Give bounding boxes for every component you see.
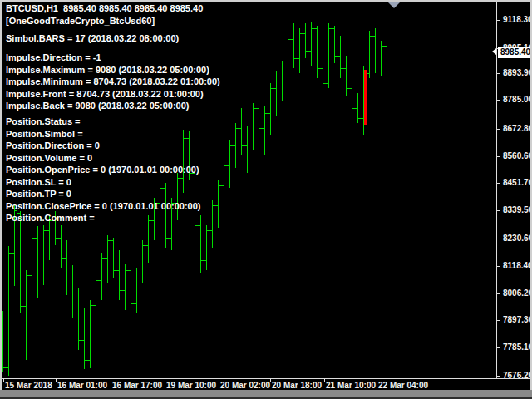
time-axis[interactable]: 15 Mar 201816 Mar 01:0016 Mar 17:0019 Ma… [0, 378, 532, 391]
ohlc-bar [218, 180, 219, 228]
comment-line: [OneGoodTradeCrypto_BtcUsd60] [6, 15, 203, 27]
ohlc-bar [323, 48, 323, 91]
window-border-bottom [0, 390, 532, 397]
price-tick-label: 8006.20 [503, 288, 532, 298]
open-tick [227, 165, 229, 166]
ohlc-bar [259, 93, 259, 138]
open-tick [41, 273, 43, 273]
ohlc-bar [2, 311, 3, 372]
time-tick-mark [165, 379, 165, 382]
ohlc-bar [253, 103, 254, 150]
open-tick [233, 145, 235, 146]
open-tick [87, 360, 90, 361]
ohlc-bar [20, 211, 21, 313]
open-tick [99, 280, 101, 281]
comment-line: Impulse.Minimum = 8704.73 (2018.03.22 01… [6, 76, 220, 88]
open-tick [250, 131, 253, 131]
comment-line: Impulse.Front = 8704.73 (2018.03.22 01:0… [6, 88, 220, 101]
price-tick-label: 8451.70 [503, 178, 532, 188]
price-tick-label: 9118.30 [503, 15, 532, 25]
ohlc-bar [229, 140, 230, 188]
ohlc-bar [241, 108, 242, 155]
ohlc-bar [142, 240, 143, 283]
ohlc-bar [334, 26, 335, 63]
open-tick [291, 39, 293, 40]
open-tick [378, 66, 381, 66]
price-tick-mark [497, 320, 500, 321]
comment-line: Position.ClosePrice = 0 (1970.01.01 00:0… [6, 200, 201, 213]
open-tick [332, 28, 334, 29]
impulse-indicator-line [364, 70, 367, 125]
open-tick [35, 238, 37, 239]
ohlc-bar [206, 225, 207, 270]
ohlc-bar [61, 225, 62, 268]
open-tick [6, 367, 8, 368]
position-info-block: Position.Status =Position.Simbol =Positi… [6, 116, 201, 224]
open-tick [128, 270, 131, 271]
open-tick [297, 58, 299, 59]
impulse-info-block: Impulse.Direction = -1Impulse.Maximum = … [6, 52, 220, 112]
open-tick [169, 238, 171, 239]
window-border-top [0, 0, 532, 2]
open-tick [47, 230, 49, 231]
ohlc-bar [43, 225, 44, 285]
price-tick-label: 7897.30 [503, 315, 532, 325]
ohlc-bar [131, 265, 131, 313]
price-tick-mark [497, 73, 500, 74]
open-tick [256, 108, 259, 109]
open-tick [268, 113, 270, 114]
open-tick [198, 225, 200, 226]
open-tick [367, 73, 369, 74]
open-tick [355, 108, 357, 109]
open-tick [239, 128, 241, 129]
price-tick-label: 8672.80 [503, 124, 532, 134]
ohlc-bar [8, 246, 9, 376]
price-tick-label: 8230.60 [503, 234, 532, 244]
open-tick [81, 340, 84, 341]
open-tick [76, 308, 78, 308]
comment-line: Position.Direction = 0 [6, 140, 201, 152]
price-tick-mark [497, 266, 500, 267]
open-tick [145, 245, 148, 246]
price-axis[interactable]: 9118.308995.108893.908785.008672.808560.… [496, 0, 530, 378]
ohlc-bar [293, 23, 294, 68]
price-tick-mark [497, 347, 500, 348]
ohlc-bar [235, 123, 236, 168]
price-tick-label: 8118.40 [503, 261, 532, 271]
time-tick-mark [56, 379, 57, 382]
ohlc-bar [26, 270, 27, 360]
open-tick [122, 290, 125, 291]
ohlc-bar [299, 28, 300, 73]
open-tick [372, 36, 375, 37]
chart-shift-marker-icon[interactable] [388, 2, 400, 8]
ohlc-bar [32, 231, 32, 313]
comment-line: Impulse.Direction = -1 [6, 52, 220, 64]
open-tick [273, 88, 276, 89]
bars-info-block: Simbol.BARS = 17 (2018.03.22 08:00:00) [6, 32, 179, 45]
time-tick-mark [377, 379, 377, 382]
open-tick [326, 83, 328, 84]
time-tick-mark [111, 379, 111, 382]
price-tick-label: 8893.90 [503, 68, 532, 78]
price-axis-border [496, 2, 497, 378]
comment-line: Position.OpenPrice = 0 (1970.01.01 00:00… [6, 164, 201, 176]
ohlc-bar [66, 240, 67, 295]
open-tick [303, 33, 305, 34]
open-tick [349, 88, 352, 89]
open-tick [29, 275, 32, 276]
ohlc-bar [101, 253, 102, 300]
ohlc-bar [282, 61, 283, 101]
price-tick-mark [497, 376, 500, 377]
time-tick-mark [3, 379, 4, 382]
ohlc-bar [328, 23, 329, 88]
ohlc-bar [270, 83, 271, 135]
ohlc-bar [113, 238, 114, 278]
open-tick [361, 118, 363, 119]
ohlc-bar [107, 235, 108, 283]
open-tick [384, 46, 387, 47]
comment-line: Position.Comment = [6, 212, 201, 224]
price-tick-mark [497, 210, 500, 211]
ohlc-bar [340, 36, 341, 78]
open-tick [244, 145, 247, 146]
ohlc-bar [136, 268, 137, 313]
